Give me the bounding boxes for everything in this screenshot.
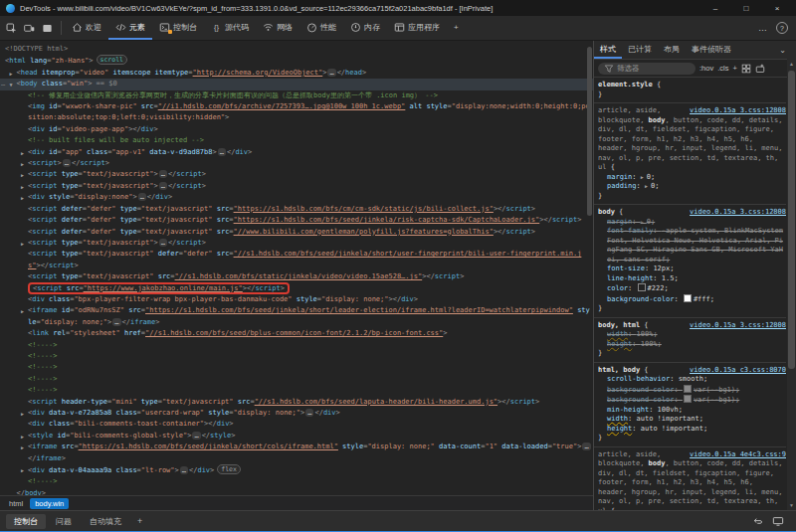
dom-tree-row[interactable]: <script src="https://www.jakobzhao.onlin… <box>0 283 593 294</box>
dom-tree-row[interactable]: <div class="bpx-player-filter-wrap bpx-p… <box>0 294 593 305</box>
css-property[interactable]: background-color: var(--bg1); <box>598 395 786 406</box>
collapsed-arrow-icon[interactable]: ▶ <box>21 465 24 476</box>
drawer-add-tab-button[interactable]: + <box>131 516 148 526</box>
tab-network[interactable]: 网络 <box>256 16 299 40</box>
css-property[interactable]: width: 100%; <box>598 330 786 340</box>
dom-tree-row[interactable]: <script type="text/javascript" defer="de… <box>0 249 593 271</box>
dom-tree-row[interactable]: <div id="video-page-app"></div> <box>0 124 593 135</box>
scrollbar-thumb[interactable] <box>788 71 795 369</box>
inspect-element-icon[interactable] <box>2 20 20 36</box>
drawer-tab[interactable]: 问题 <box>48 514 80 529</box>
collapsed-arrow-icon[interactable]: ▶ <box>21 443 24 453</box>
styles-tab[interactable]: 样式 <box>594 41 622 59</box>
rule-selector[interactable]: video.0.15a_3.css:12808body { <box>598 208 786 218</box>
drawer-tab[interactable]: 自动填充 <box>82 514 129 529</box>
dom-tree-row[interactable]: <!----> <box>0 340 593 351</box>
minimize-button[interactable]: – <box>702 4 728 13</box>
dom-tree-row[interactable]: ▶<script type="text/javascript">…</scrip… <box>0 181 593 192</box>
collapsed-content-ellipsis[interactable]: … <box>218 148 226 156</box>
styles-tab[interactable]: 布局 <box>658 41 686 59</box>
rule-selector[interactable]: video.0.15a_3.css:12808article, aside, b… <box>598 106 786 173</box>
resource-link[interactable]: "//www.bilibili.com/gentleman/polyfill.j… <box>234 228 494 236</box>
dom-tree-row[interactable]: ▶<script type="text/javascript">…</scrip… <box>0 169 593 180</box>
css-property[interactable]: line-height: 1.5; <box>598 274 786 284</box>
resource-link[interactable]: "https://s1.hdslb.com/bfs/seed/jinkela/s… <box>79 443 338 450</box>
styles-scrollbar[interactable]: ▲ ▼ <box>787 59 796 510</box>
dom-tree-row[interactable]: <div class="bili-comments-toast-containe… <box>0 419 593 430</box>
dom-tree-row[interactable]: ▶<div data-v-e72a85a8 class="usercard-wr… <box>0 408 593 419</box>
collapsed-content-ellipsis[interactable]: … <box>305 409 313 417</box>
css-property[interactable]: padding: ▶ 0; <box>598 182 786 192</box>
dom-tree-row[interactable]: <script header-type="mini" type="text/ja… <box>0 397 593 408</box>
dom-tree-row[interactable]: <!----> <box>0 385 593 396</box>
css-property[interactable]: color: #222; <box>598 283 786 294</box>
stylesheet-source-link[interactable]: video.0.15a_c3.css:8070 <box>690 366 786 376</box>
tab-memory[interactable]: 内存 <box>343 16 387 40</box>
scroll-up-icon[interactable]: ▲ <box>787 61 796 67</box>
resource-link[interactable]: "http://schema.org/VideoObject" <box>193 69 323 77</box>
dom-tree-row[interactable]: ▶<div style="display:none">…</div> <box>0 192 593 203</box>
tab-elements[interactable]: 元素 <box>108 16 152 40</box>
dom-tree-row[interactable]: <script defer="defer" type="text/javascr… <box>0 215 593 226</box>
dom-tree-row[interactable]: </body> <box>0 488 593 495</box>
element-states-icon[interactable] <box>741 64 751 74</box>
collapsed-content-ellipsis[interactable]: … <box>112 318 120 326</box>
dom-tree-row[interactable]: <script type="text/javascript" src="//s1… <box>0 271 593 282</box>
new-style-rule-icon[interactable] <box>755 64 765 74</box>
dom-tree-row[interactable]: <!DOCTYPE html> <box>0 44 593 55</box>
scrollbar-thumb[interactable] <box>587 47 592 216</box>
dom-tree-row[interactable]: <script defer="defer" type="text/javascr… <box>0 227 593 238</box>
stylesheet-source-link[interactable]: video.0.15a_3.css:12808 <box>690 106 786 116</box>
screencast-icon[interactable] <box>772 515 784 527</box>
chevron-down-icon[interactable]: ⌄ <box>779 41 786 59</box>
collapsed-content-ellipsis[interactable]: … <box>327 69 335 77</box>
dom-tree-row[interactable]: <!----> <box>0 476 593 487</box>
stylesheet-source-link[interactable]: video.0.15a_4e4c3.css:9 <box>690 450 786 460</box>
toggle-class-button[interactable]: .cls <box>717 64 728 73</box>
close-button[interactable]: × <box>764 4 790 13</box>
collapsed-content-ellipsis[interactable]: … <box>159 170 167 178</box>
tab-welcome[interactable]: 欢迎 <box>65 16 108 40</box>
more-options-icon[interactable]: … <box>758 23 768 33</box>
tab-sources[interactable]: {}源代码 <box>204 16 256 40</box>
rule-selector[interactable]: video.0.15a_3.css:12808body, html { <box>598 321 786 331</box>
color-swatch[interactable] <box>684 385 692 393</box>
dom-tree-row[interactable]: ▶<head itemprop="video" itemscope itemty… <box>0 68 593 79</box>
dom-tree-row[interactable]: ▶<iframe src="https://s1.hdslb.com/bfs/s… <box>0 442 593 464</box>
styles-filter-input[interactable]: 筛选器 <box>598 63 696 75</box>
collapsed-content-ellipsis[interactable]: … <box>138 193 146 201</box>
rule-selector[interactable]: video.0.15a_4e4c3.css:9article, aside, b… <box>598 450 786 511</box>
drawer-tab[interactable]: 控制台 <box>6 514 46 529</box>
undo-icon[interactable] <box>752 515 764 527</box>
css-property[interactable]: margin: ▶ 0; <box>598 173 786 183</box>
new-rule-plus-button[interactable]: + <box>732 64 736 73</box>
stylesheet-source-link[interactable]: video.0.15a_3.css:12808 <box>690 208 786 218</box>
css-property[interactable]: height: 100%; <box>598 340 786 350</box>
dom-tree-row[interactable]: ▶<iframe id="odRNu7nsSZ" src="https://s1… <box>0 305 593 328</box>
dom-tree-row[interactable]: <!----> <box>0 374 593 385</box>
scroll-down-icon[interactable]: ▼ <box>787 502 796 508</box>
dom-tree-row[interactable]: ▶<style id="bili-comments-global-style">… <box>0 431 593 442</box>
elements-scrollbar[interactable] <box>586 41 593 496</box>
css-property[interactable]: height: auto !important; <box>598 425 786 435</box>
dom-tree-row[interactable]: <!----> <box>0 362 593 373</box>
css-property[interactable]: background-color: #fff; <box>598 294 786 305</box>
breadcrumb-item[interactable]: html <box>4 498 28 509</box>
dom-tree-row[interactable]: ▶<div data-v-04aaaa9a class="lt-row">…</… <box>0 464 593 476</box>
resource-link[interactable]: "//i1.hdslb.com/bfs/archive/7257393….jpg… <box>158 102 406 110</box>
resource-link[interactable]: "//s1.hdslb.com/bfs/seed/bplus-common/ic… <box>145 329 443 337</box>
tab-application[interactable]: 应用程序 <box>387 16 447 40</box>
dom-tree-row[interactable]: ▶<div id="app" class="app-v1" data-v-d9a… <box>0 147 593 158</box>
dock-icon[interactable] <box>38 20 56 36</box>
resource-link[interactable]: "https://www.jakobzhao.online/main.js" <box>84 284 243 292</box>
styles-tab[interactable]: 已计算 <box>622 41 658 59</box>
resource-link[interactable]: "//s1.hdslb.com/bfs/seed/laputa-header/b… <box>255 398 498 406</box>
dom-tree-row[interactable]: <link rel="stylesheet" href="//s1.hdslb.… <box>0 328 593 339</box>
collapsed-content-ellipsis[interactable]: … <box>180 466 188 474</box>
tab-performance[interactable]: 性能 <box>299 16 343 40</box>
rule-selector[interactable]: video.0.15a_c3.css:8070html, body { <box>598 366 786 376</box>
collapsed-content-ellipsis[interactable]: … <box>159 182 167 190</box>
resource-link[interactable]: "https://s1.hdslb.com/bfs/cm/cm-sdk/stat… <box>234 205 494 213</box>
dom-tree-row[interactable]: ▶<script type="text/javascript">…</scrip… <box>0 238 593 249</box>
css-property[interactable]: background-color: var(--bg1); <box>598 385 786 396</box>
